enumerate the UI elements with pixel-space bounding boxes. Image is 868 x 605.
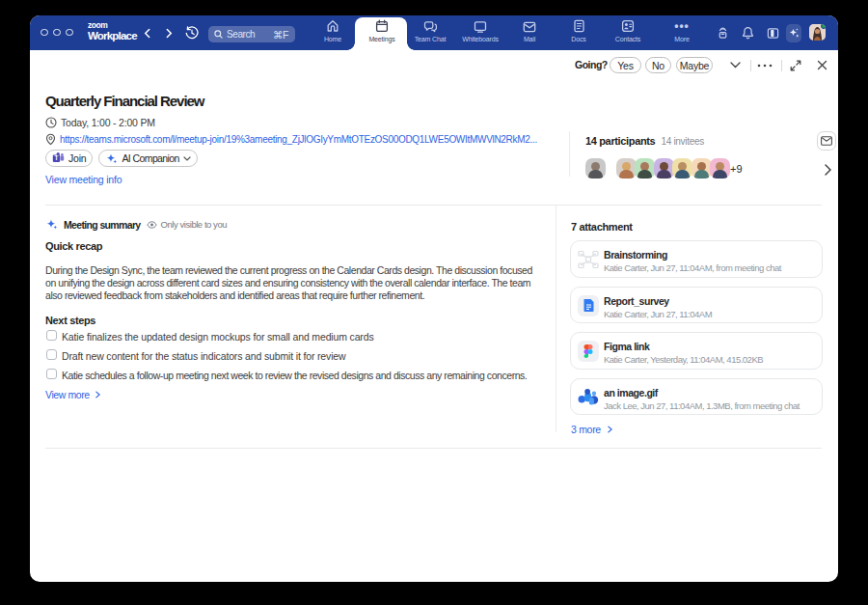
svg-text:T: T — [55, 154, 59, 161]
